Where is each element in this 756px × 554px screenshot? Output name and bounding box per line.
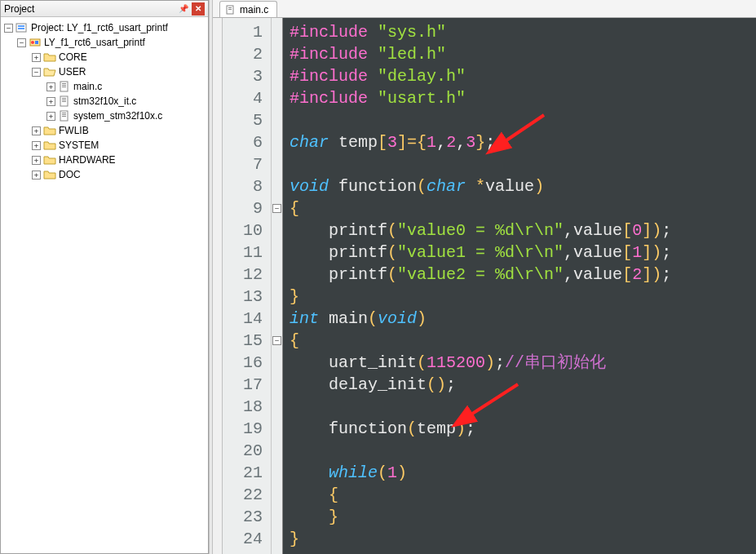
- tree-label: USER: [59, 66, 86, 78]
- line-number-gutter: 123456789101112131415161718192021222324: [223, 18, 272, 554]
- svg-rect-15: [62, 113, 66, 113]
- panel-title: Project: [4, 3, 175, 15]
- tree-label: LY_f1_rct6_usart_printf: [44, 37, 145, 48]
- svg-rect-17: [62, 116, 66, 117]
- folder-icon: [43, 140, 56, 151]
- svg-rect-7: [62, 83, 66, 84]
- editor-area: main.c 123456789101112131415161718192021…: [213, 0, 756, 554]
- editor-margin: [213, 18, 223, 554]
- tree-label: system_stm32f10x.c: [73, 110, 162, 122]
- expand-icon[interactable]: −: [32, 68, 41, 77]
- tree-file-it[interactable]: + stm32f10x_it.c: [2, 94, 206, 109]
- folder-icon: [43, 154, 56, 166]
- fold-toggle-icon[interactable]: −: [272, 204, 281, 213]
- expand-icon[interactable]: +: [46, 82, 55, 91]
- expand-icon[interactable]: +: [32, 53, 41, 62]
- tab-main-c[interactable]: main.c: [219, 1, 277, 17]
- expand-icon[interactable]: +: [32, 141, 41, 150]
- expand-icon[interactable]: +: [46, 97, 55, 106]
- tree-file-sys[interactable]: + system_stm32f10x.c: [2, 109, 206, 123]
- close-icon[interactable]: ✕: [192, 2, 205, 16]
- folder-icon: [43, 169, 56, 180]
- fold-gutter[interactable]: −−: [272, 18, 283, 554]
- svg-rect-19: [228, 7, 232, 8]
- c-file-icon: [58, 95, 71, 107]
- expand-icon[interactable]: +: [32, 156, 41, 165]
- folder-icon: [43, 51, 56, 63]
- tree-label: SYSTEM: [59, 140, 99, 151]
- tree-target[interactable]: − LY_f1_rct6_usart_printf: [2, 35, 206, 50]
- code-body[interactable]: #include "sys.h"#include "led.h"#include…: [283, 18, 756, 554]
- expand-icon[interactable]: +: [46, 112, 55, 121]
- tree-file-main[interactable]: + main.c: [2, 79, 206, 94]
- tree-label: Project: LY_f1_rct6_usart_printf: [31, 22, 168, 33]
- svg-rect-12: [62, 100, 66, 100]
- tree-folder-system[interactable]: + SYSTEM: [2, 138, 206, 153]
- expand-icon[interactable]: −: [17, 38, 26, 47]
- svg-rect-16: [62, 114, 66, 115]
- tree-label: main.c: [73, 81, 102, 92]
- tree-folder-doc[interactable]: + DOC: [2, 167, 206, 182]
- expand-icon[interactable]: −: [4, 24, 13, 33]
- tab-bar: main.c: [213, 0, 756, 18]
- svg-rect-1: [18, 25, 24, 27]
- code-editor[interactable]: 123456789101112131415161718192021222324 …: [213, 18, 756, 554]
- tree-label: CORE: [59, 51, 87, 63]
- svg-rect-13: [62, 101, 66, 102]
- target-icon: [29, 37, 42, 48]
- expand-icon[interactable]: +: [32, 126, 41, 135]
- svg-rect-5: [35, 41, 38, 44]
- c-file-icon: [58, 81, 71, 92]
- fold-toggle-icon[interactable]: −: [272, 336, 281, 345]
- tree-project-root[interactable]: − Project: LY_f1_rct6_usart_printf: [2, 20, 206, 35]
- tree-folder-fwlib[interactable]: + FWLIB: [2, 123, 206, 138]
- panel-header: Project 📌 ✕: [1, 1, 208, 17]
- svg-rect-20: [228, 9, 232, 10]
- pin-icon[interactable]: 📌: [177, 2, 190, 16]
- svg-rect-8: [62, 85, 66, 86]
- tree-folder-user[interactable]: − USER: [2, 64, 206, 79]
- tree-label: FWLIB: [59, 125, 89, 136]
- expand-icon[interactable]: +: [32, 171, 41, 179]
- svg-rect-11: [62, 98, 66, 99]
- svg-rect-9: [62, 86, 66, 87]
- folder-icon: [43, 125, 56, 136]
- tree-folder-core[interactable]: + CORE: [2, 50, 206, 64]
- tree-folder-hardware[interactable]: + HARDWARE: [2, 153, 206, 167]
- project-tree[interactable]: − Project: LY_f1_rct6_usart_printf − LY_…: [1, 17, 208, 553]
- tree-label: stm32f10x_it.c: [73, 95, 136, 107]
- c-file-icon: [58, 110, 71, 122]
- svg-rect-2: [18, 28, 24, 29]
- folder-open-icon: [43, 66, 56, 78]
- project-icon: [15, 22, 29, 33]
- project-panel: Project 📌 ✕ − Project: LY_f1_rct6_usart_…: [0, 0, 209, 554]
- tree-label: HARDWARE: [59, 154, 116, 166]
- svg-point-4: [31, 41, 34, 44]
- tab-label: main.c: [240, 4, 268, 16]
- c-file-icon: [225, 5, 237, 15]
- tree-label: DOC: [59, 169, 81, 180]
